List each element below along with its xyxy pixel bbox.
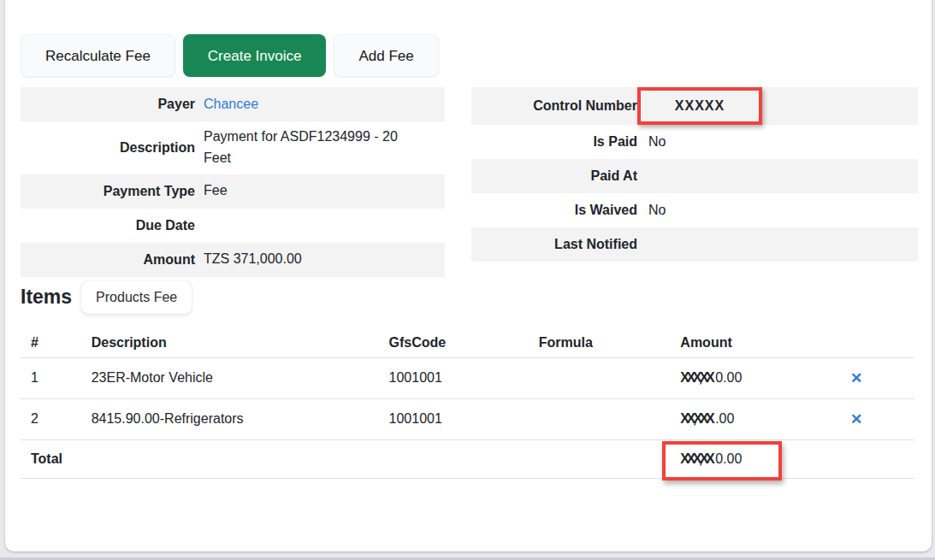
- item-1-formula: [529, 357, 671, 398]
- recalculate-fee-button[interactable]: Recalculate Fee: [21, 34, 175, 77]
- last-notified-row: Last Notified: [471, 227, 918, 262]
- item-1-gfscode: 1001001: [379, 357, 529, 398]
- is-waived-row: Is Waived No: [471, 193, 918, 227]
- item-2-formula: [529, 398, 671, 439]
- col-header-num: #: [21, 328, 81, 358]
- page-card: Recalculate Fee Create Invoice Add Fee P…: [5, 0, 932, 551]
- item-2-remove-icon[interactable]: ✕: [850, 410, 862, 428]
- tab-products-fee[interactable]: Products Fee: [81, 281, 192, 314]
- col-header-amount: Amount: [670, 328, 840, 358]
- is-paid-value: No: [637, 132, 666, 153]
- is-paid-label: Is Paid: [471, 134, 637, 150]
- toolbar: Recalculate Fee Create Invoice Add Fee: [21, 34, 932, 77]
- add-fee-button[interactable]: Add Fee: [334, 34, 438, 77]
- items-total-amount: XXX,XX0.00: [670, 439, 840, 478]
- paid-at-row: Paid At: [471, 159, 918, 193]
- col-header-description: Description: [81, 328, 379, 358]
- items-heading: Items: [21, 286, 72, 309]
- payment-type-label: Payment Type: [21, 184, 195, 199]
- items-section-header: Items Products Fee: [21, 281, 932, 314]
- item-2-amount-redacted: XX,XXX: [680, 411, 712, 426]
- description-row: Description Payment for ASDF1234999 - 20…: [21, 121, 445, 174]
- item-2-description: 8415.90.00-Refrigerators: [81, 398, 379, 439]
- items-total-label: Total: [21, 439, 670, 478]
- item-1-description: 23ER-Motor Vehicle: [81, 357, 379, 398]
- paid-at-label: Paid At: [471, 168, 637, 184]
- item-1-num: 1: [21, 357, 81, 398]
- control-number-row: Control Number XXXXX: [471, 87, 918, 125]
- item-row-1: 1 23ER-Motor Vehicle 1001001 XXX,XX0.00 …: [21, 357, 914, 398]
- col-header-formula: Formula: [529, 328, 671, 358]
- item-1-amount-redacted: XXX,XX: [680, 370, 712, 385]
- payer-link[interactable]: Chancee: [204, 97, 258, 111]
- payer-row: Payer Chancee: [21, 87, 445, 121]
- items-table: # Description GfsCode Formula Amount 1 2…: [21, 328, 914, 479]
- item-row-2: 2 8415.90.00-Refrigerators 1001001 XX,XX…: [21, 398, 914, 439]
- payment-summary-table: Payer Chancee Description Payment for AS…: [21, 87, 445, 277]
- amount-value: TZS 371,000.00: [195, 249, 423, 270]
- control-number-value: XXXXX: [675, 96, 725, 117]
- item-2-amount: XX,XXX.00: [670, 398, 840, 439]
- item-1-remove-icon[interactable]: ✕: [850, 369, 862, 387]
- invoice-status-table: Control Number XXXXX Is Paid No Paid At: [471, 87, 918, 262]
- payment-details: Payer Chancee Description Payment for AS…: [21, 87, 932, 277]
- create-invoice-button[interactable]: Create Invoice: [183, 34, 327, 77]
- payer-label: Payer: [21, 97, 195, 112]
- due-date-label: Due Date: [21, 218, 195, 233]
- is-waived-value: No: [637, 200, 666, 221]
- payment-type-row: Payment Type Fee: [21, 174, 445, 209]
- last-notified-label: Last Notified: [471, 237, 637, 252]
- items-table-header-row: # Description GfsCode Formula Amount: [21, 328, 914, 358]
- item-2-amount-suffix: .00: [715, 411, 734, 426]
- col-header-action: [840, 328, 914, 358]
- payment-type-value: Fee: [195, 180, 423, 202]
- item-1-amount: XXX,XX0.00: [670, 357, 840, 398]
- amount-row: Amount TZS 371,000.00: [21, 243, 445, 277]
- col-header-gfscode: GfsCode: [379, 328, 529, 358]
- description-value: Payment for ASDF1234999 - 20 Feet: [195, 121, 423, 174]
- is-waived-label: Is Waived: [471, 203, 637, 218]
- page-content: Recalculate Fee Create Invoice Add Fee P…: [5, 0, 932, 479]
- control-number-label: Control Number: [471, 98, 637, 114]
- description-label: Description: [21, 140, 195, 156]
- item-1-amount-suffix: 0.00: [715, 370, 742, 385]
- item-2-gfscode: 1001001: [379, 398, 529, 439]
- due-date-row: Due Date: [21, 209, 445, 243]
- items-total-row: Total XXX,XX0.00: [21, 439, 914, 478]
- payment-detail-page: Recalculate Fee Create Invoice Add Fee P…: [0, 0, 935, 560]
- is-paid-row: Is Paid No: [471, 125, 918, 159]
- items-total-amount-suffix: 0.00: [715, 451, 742, 466]
- amount-label: Amount: [21, 252, 195, 268]
- control-number-annotation-box: XXXXX: [637, 87, 762, 125]
- items-total-amount-redacted: XXX,XX: [680, 451, 712, 466]
- item-2-num: 2: [21, 398, 81, 439]
